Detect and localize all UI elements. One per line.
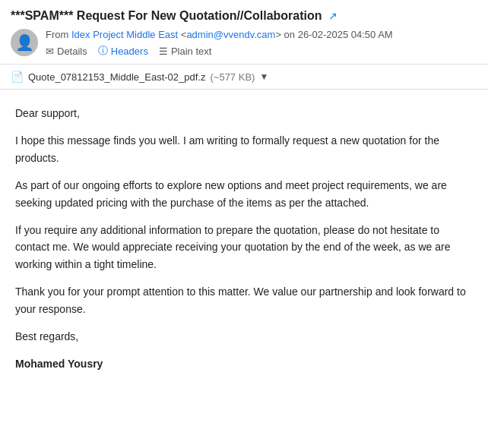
tab-details[interactable]: ✉ Details bbox=[46, 46, 87, 57]
body-paragraph-1: Dear support, bbox=[15, 105, 473, 121]
tab-headers[interactable]: ⓘ Headers bbox=[98, 44, 148, 58]
body-paragraph-6: Best regards, bbox=[15, 328, 473, 345]
body-paragraph-2: I hope this message finds you well. I am… bbox=[15, 132, 473, 166]
view-tabs: ✉ Details ⓘ Headers ☰ Plain text bbox=[46, 44, 393, 58]
from-label: From bbox=[46, 29, 68, 40]
attachment-row: 📄 Quote_07812153_Middle_East-02_pdf.z (~… bbox=[0, 65, 488, 90]
from-name-link[interactable]: Idex Project Middle East bbox=[71, 29, 178, 40]
tab-plaintext[interactable]: ☰ Plain text bbox=[159, 46, 211, 57]
tab-headers-label: Headers bbox=[111, 46, 148, 57]
file-icon: 📄 bbox=[11, 71, 24, 83]
email-body: Dear support, I hope this message finds … bbox=[0, 90, 488, 399]
body-paragraph-5: Thank you for your prompt attention to t… bbox=[15, 283, 473, 317]
email-header: ***SPAM*** Request For New Quotation//Co… bbox=[0, 0, 488, 65]
attachment-filename[interactable]: Quote_07812153_Middle_East-02_pdf.z bbox=[28, 71, 205, 83]
tab-details-label: Details bbox=[57, 46, 87, 57]
plaintext-icon: ☰ bbox=[159, 46, 168, 57]
details-icon: ✉ bbox=[46, 46, 54, 57]
external-link-icon[interactable]: ↗ bbox=[328, 10, 337, 22]
sender-name: Mohamed Yousry bbox=[15, 355, 473, 372]
meta-row: 👤 From Idex Project Middle East <admin@v… bbox=[11, 29, 477, 58]
body-paragraph-3: As part of our ongoing efforts to explor… bbox=[15, 177, 473, 211]
subject-line: ***SPAM*** Request For New Quotation//Co… bbox=[11, 9, 477, 23]
from-email-link[interactable]: admin@vvendv.cam bbox=[186, 29, 275, 40]
body-paragraph-4: If you require any additional informatio… bbox=[15, 222, 473, 273]
headers-icon: ⓘ bbox=[98, 44, 108, 58]
avatar-person-icon: 👤 bbox=[15, 33, 34, 52]
email-subject: ***SPAM*** Request For New Quotation//Co… bbox=[11, 9, 322, 23]
attachment-size: (~577 KB) bbox=[210, 71, 255, 83]
avatar: 👤 bbox=[11, 29, 38, 56]
tab-plaintext-label: Plain text bbox=[171, 46, 211, 57]
attachment-dropdown-arrow[interactable]: ▼ bbox=[259, 71, 268, 82]
from-line: From Idex Project Middle East <admin@vve… bbox=[46, 29, 393, 40]
email-date: on 26-02-2025 04:50 AM bbox=[284, 29, 393, 40]
meta-details: From Idex Project Middle East <admin@vve… bbox=[46, 29, 393, 58]
